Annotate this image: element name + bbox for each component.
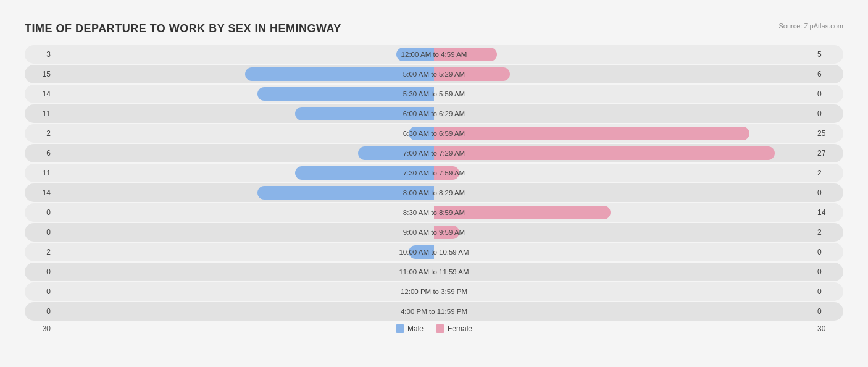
- left-value: 0: [25, 268, 56, 276]
- legend-male: Male: [396, 324, 424, 333]
- bar-section: 5:00 AM to 5:29 AM: [56, 65, 812, 83]
- bar-section: 4:00 PM to 11:59 PM: [56, 302, 812, 321]
- time-label: 6:30 AM to 6:59 AM: [403, 130, 465, 137]
- left-value: 0: [25, 307, 56, 316]
- bar-section: 7:00 AM to 7:29 AM: [56, 144, 812, 162]
- legend-male-label: Male: [407, 324, 424, 333]
- chart-container: TIME OF DEPARTURE TO WORK BY SEX IN HEMI…: [0, 10, 868, 358]
- chart-row: 0 4:00 PM to 11:59 PM 0: [25, 302, 843, 321]
- chart-row: 0 9:00 AM to 9:59 AM 2: [25, 223, 843, 242]
- left-value: 6: [25, 149, 56, 158]
- right-value: 2: [812, 169, 843, 177]
- bar-section: 12:00 AM to 4:59 AM: [56, 45, 812, 64]
- time-label: 4:00 PM to 11:59 PM: [401, 308, 467, 315]
- time-label: 7:00 AM to 7:29 AM: [403, 150, 465, 157]
- left-value: 0: [25, 228, 56, 237]
- right-value: 5: [812, 50, 843, 59]
- legend-male-box: [396, 324, 404, 333]
- right-value: 0: [812, 90, 843, 98]
- legend-female: Female: [436, 324, 472, 333]
- time-label: 12:00 PM to 3:59 PM: [401, 288, 467, 295]
- right-value: 27: [812, 149, 843, 158]
- time-label: 8:30 AM to 8:59 AM: [403, 209, 465, 216]
- time-label: 10:00 AM to 10:59 AM: [399, 248, 469, 256]
- chart-row: 0 11:00 AM to 11:59 AM 0: [25, 263, 843, 281]
- time-label: 5:00 AM to 5:29 AM: [403, 70, 465, 78]
- chart-row: 6 7:00 AM to 7:29 AM 27: [25, 144, 843, 162]
- chart-row: 15 5:00 AM to 5:29 AM 6: [25, 65, 843, 83]
- chart-title: TIME OF DEPARTURE TO WORK BY SEX IN HEMI…: [25, 22, 843, 35]
- left-value: 3: [25, 50, 56, 59]
- right-value: 25: [812, 129, 843, 138]
- bar-section: 5:30 AM to 5:59 AM: [56, 85, 812, 103]
- time-label: 12:00 AM to 4:59 AM: [401, 51, 467, 58]
- right-value: 6: [812, 70, 843, 78]
- bar-section: 9:00 AM to 9:59 AM: [56, 223, 812, 242]
- chart-row: 3 12:00 AM to 4:59 AM 5: [25, 45, 843, 64]
- female-bar: [434, 146, 775, 160]
- left-value: 2: [25, 248, 56, 256]
- bar-section: 7:30 AM to 7:59 AM: [56, 164, 812, 182]
- legend: Male Female: [56, 324, 812, 333]
- source-text: Source: ZipAtlas.com: [778, 22, 843, 30]
- left-value: 11: [25, 109, 56, 118]
- chart-row: 2 6:30 AM to 6:59 AM 25: [25, 124, 843, 143]
- chart-row: 14 8:00 AM to 8:29 AM 0: [25, 184, 843, 202]
- bar-section: 12:00 PM to 3:59 PM: [56, 282, 812, 301]
- chart-row: 11 7:30 AM to 7:59 AM 2: [25, 164, 843, 182]
- bar-section: 6:00 AM to 6:29 AM: [56, 104, 812, 123]
- right-value: 0: [812, 268, 843, 276]
- left-value: 15: [25, 70, 56, 78]
- left-value: 0: [25, 208, 56, 217]
- right-value: 14: [812, 208, 843, 217]
- right-value: 0: [812, 248, 843, 256]
- left-value: 2: [25, 129, 56, 138]
- right-value: 2: [812, 228, 843, 237]
- time-label: 7:30 AM to 7:59 AM: [403, 169, 465, 177]
- time-label: 6:00 AM to 6:29 AM: [403, 110, 465, 117]
- bar-section: 11:00 AM to 11:59 AM: [56, 263, 812, 281]
- bar-section: 8:00 AM to 8:29 AM: [56, 184, 812, 202]
- chart-row: 0 12:00 PM to 3:59 PM 0: [25, 282, 843, 301]
- time-label: 5:30 AM to 5:59 AM: [403, 90, 465, 98]
- left-value: 14: [25, 90, 56, 98]
- left-value: 0: [25, 287, 56, 296]
- axis-left-label: 30: [25, 324, 56, 333]
- left-value: 11: [25, 169, 56, 177]
- bar-section: 6:30 AM to 6:59 AM: [56, 124, 812, 143]
- legend-female-label: Female: [448, 324, 472, 333]
- left-value: 14: [25, 188, 56, 197]
- bar-section: 10:00 AM to 10:59 AM: [56, 243, 812, 261]
- time-label: 9:00 AM to 9:59 AM: [403, 229, 465, 236]
- female-bar: [434, 127, 749, 140]
- time-label: 11:00 AM to 11:59 AM: [399, 268, 469, 276]
- axis-right-label: 30: [812, 324, 843, 333]
- chart-row: 14 5:30 AM to 5:59 AM 0: [25, 85, 843, 103]
- right-value: 0: [812, 109, 843, 118]
- chart-row: 11 6:00 AM to 6:29 AM 0: [25, 104, 843, 123]
- right-value: 0: [812, 287, 843, 296]
- right-value: 0: [812, 188, 843, 197]
- chart-row: 2 10:00 AM to 10:59 AM 0: [25, 243, 843, 261]
- chart-row: 0 8:30 AM to 8:59 AM 14: [25, 203, 843, 222]
- right-value: 0: [812, 307, 843, 316]
- time-label: 8:00 AM to 8:29 AM: [403, 189, 465, 196]
- bar-section: 8:30 AM to 8:59 AM: [56, 203, 812, 222]
- chart-area: 3 12:00 AM to 4:59 AM 5 15 5:00 AM to 5:…: [25, 45, 843, 321]
- legend-female-box: [436, 324, 444, 333]
- axis-row: 30 Male Female 30: [25, 324, 843, 333]
